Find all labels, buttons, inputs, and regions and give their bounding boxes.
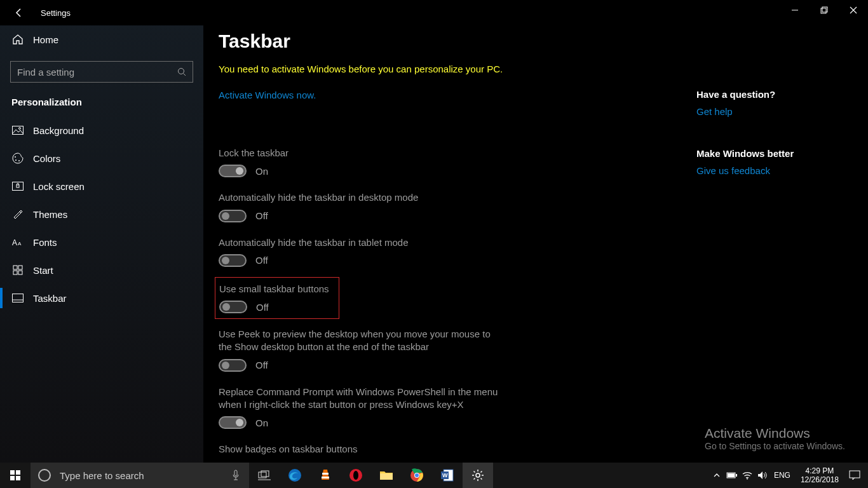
window-title: Settings xyxy=(41,8,71,18)
tray-overflow-icon[interactable] xyxy=(709,463,724,488)
sidebar-item-start[interactable]: Start xyxy=(0,256,203,284)
svg-text:W: W xyxy=(442,472,448,478)
get-help-link[interactable]: Get help xyxy=(696,106,733,117)
sidebar-item-label: Fonts xyxy=(33,237,57,248)
sidebar-item-label: Background xyxy=(33,125,84,136)
svg-rect-33 xyxy=(380,473,393,480)
svg-rect-22 xyxy=(10,476,15,480)
svg-text:A: A xyxy=(18,241,22,247)
task-view-button[interactable] xyxy=(249,463,280,488)
toggle-autohide-desktop[interactable] xyxy=(219,210,247,222)
setting-lock-taskbar: Lock the taskbar On xyxy=(219,147,689,177)
sidebar-item-fonts[interactable]: AA Fonts xyxy=(0,228,203,256)
toggle-replace-cmd[interactable] xyxy=(219,416,247,429)
opera-app-icon[interactable] xyxy=(341,463,371,488)
sidebar-item-label: Start xyxy=(33,265,53,276)
close-button[interactable] xyxy=(839,0,868,20)
themes-icon xyxy=(11,208,24,220)
sidebar-item-lock-screen[interactable]: Lock screen xyxy=(0,172,203,200)
setting-label: Automatically hide the taskbar in deskto… xyxy=(219,191,498,204)
setting-replace-cmd: Replace Command Prompt with Windows Powe… xyxy=(219,386,689,430)
volume-icon[interactable] xyxy=(755,463,770,488)
svg-point-36 xyxy=(415,473,419,477)
taskbar-apps: W xyxy=(249,463,493,488)
sidebar-item-label: Taskbar xyxy=(33,293,67,304)
svg-point-6 xyxy=(19,128,21,130)
search-placeholder: Find a setting xyxy=(17,67,177,78)
title-bar: Settings xyxy=(0,0,868,25)
action-center-icon[interactable] xyxy=(845,463,864,488)
clock[interactable]: 4:29 PM 12/26/2018 xyxy=(794,466,845,485)
cortana-search[interactable]: Type here to search xyxy=(31,463,249,488)
toggle-state: On xyxy=(255,417,268,428)
sidebar-item-taskbar[interactable]: Taskbar xyxy=(0,284,203,312)
word-app-icon[interactable]: W xyxy=(432,463,463,488)
svg-rect-30 xyxy=(322,477,329,478)
svg-rect-11 xyxy=(17,185,19,187)
sidebar-item-background[interactable]: Background xyxy=(0,116,203,144)
language-indicator[interactable]: ENG xyxy=(770,471,794,480)
sidebar: Home Find a setting Personalization Back… xyxy=(0,25,203,463)
wifi-icon[interactable] xyxy=(740,463,755,488)
sidebar-item-colors[interactable]: Colors xyxy=(0,144,203,172)
activation-watermark: Activate Windows Go to Settings to activ… xyxy=(705,426,845,451)
settings-app-icon[interactable] xyxy=(463,463,493,488)
svg-point-8 xyxy=(15,159,17,161)
vlc-app-icon[interactable] xyxy=(310,463,341,488)
toggle-state: Off xyxy=(255,360,268,370)
setting-label: Use Peek to preview the desktop when you… xyxy=(219,328,498,354)
edge-app-icon[interactable] xyxy=(280,463,310,488)
taskbar-icon xyxy=(11,292,24,304)
main-content: Taskbar You need to activate Windows bef… xyxy=(219,30,689,463)
file-explorer-app-icon[interactable] xyxy=(371,463,402,488)
svg-rect-17 xyxy=(18,271,22,274)
svg-point-32 xyxy=(353,471,358,480)
setting-autohide-tablet: Automatically hide the taskbar in tablet… xyxy=(219,236,689,267)
sidebar-item-label: Themes xyxy=(33,209,67,220)
svg-point-40 xyxy=(476,473,480,477)
svg-rect-16 xyxy=(13,271,17,274)
svg-rect-26 xyxy=(261,471,269,477)
svg-line-4 xyxy=(184,74,186,76)
toggle-small-buttons[interactable] xyxy=(219,301,247,313)
fonts-icon: AA xyxy=(11,236,24,248)
back-button[interactable] xyxy=(11,5,27,20)
svg-rect-5 xyxy=(13,126,24,135)
start-icon xyxy=(11,264,24,276)
right-pane: Have a question? Get help Make Windows b… xyxy=(696,89,849,207)
give-feedback-link[interactable]: Give us feedback xyxy=(696,165,770,176)
chrome-app-icon[interactable] xyxy=(402,463,432,488)
settings-group: Lock the taskbar On Automatically hide t… xyxy=(219,147,689,456)
setting-label: Automatically hide the taskbar in tablet… xyxy=(219,236,498,249)
taskbar: Type here to search W ENG 4:29 PM 12/26/… xyxy=(0,463,868,488)
minimize-button[interactable] xyxy=(780,0,810,20)
activate-link[interactable]: Activate Windows now. xyxy=(219,90,316,100)
toggle-use-peek[interactable] xyxy=(219,359,247,372)
setting-autohide-desktop: Automatically hide the taskbar in deskto… xyxy=(219,191,689,222)
svg-rect-15 xyxy=(18,266,22,269)
toggle-state: Off xyxy=(256,302,269,313)
toggle-lock-taskbar[interactable] xyxy=(219,165,247,177)
page-title: Taskbar xyxy=(219,30,689,52)
home-button[interactable]: Home xyxy=(0,25,203,53)
sidebar-item-themes[interactable]: Themes xyxy=(0,200,203,228)
svg-rect-1 xyxy=(821,8,826,13)
battery-icon[interactable] xyxy=(724,463,740,488)
setting-small-buttons: Use small taskbar buttons Off xyxy=(215,277,339,319)
microphone-icon[interactable] xyxy=(231,470,240,481)
svg-rect-24 xyxy=(234,470,237,476)
question-heading: Have a question? xyxy=(696,89,849,100)
toggle-autohide-tablet[interactable] xyxy=(219,254,247,267)
maximize-button[interactable] xyxy=(810,0,839,20)
setting-label: Replace Command Prompt with Windows Powe… xyxy=(219,386,498,412)
cortana-placeholder: Type here to search xyxy=(60,470,144,481)
watermark-subtitle: Go to Settings to activate Windows. xyxy=(705,441,845,451)
start-button[interactable] xyxy=(0,463,31,488)
svg-rect-14 xyxy=(13,266,17,269)
background-icon xyxy=(11,124,24,137)
setting-label: Show badges on taskbar buttons xyxy=(219,443,498,456)
svg-rect-20 xyxy=(10,470,15,475)
svg-point-7 xyxy=(15,156,16,158)
search-input[interactable]: Find a setting xyxy=(10,61,193,83)
svg-rect-29 xyxy=(322,473,329,475)
